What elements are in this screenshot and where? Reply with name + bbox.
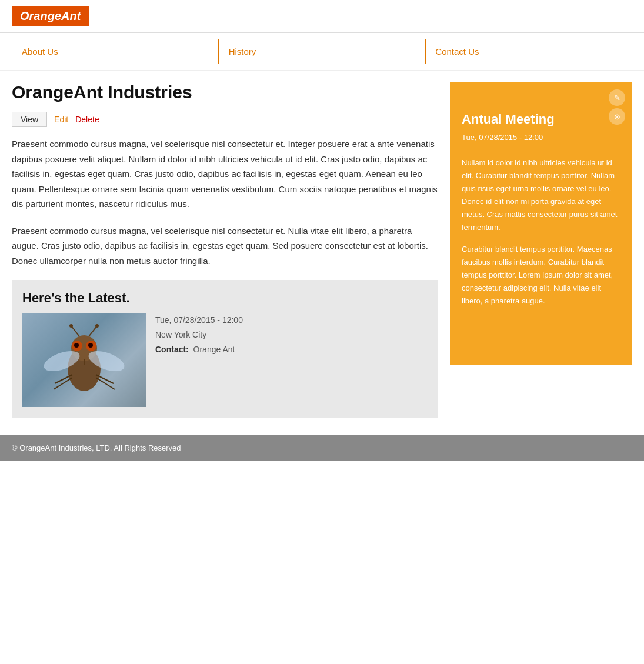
header: OrangeAnt — [0, 0, 644, 33]
event-icons: ✎ ⊗ — [609, 89, 625, 125]
event-paragraph-2: Curabitur blandit tempus porttitor. Maec… — [462, 243, 620, 308]
body-paragraph-2: Praesent commodo cursus magna, vel scele… — [12, 223, 438, 269]
nav-item-about-us[interactable]: About Us — [12, 39, 219, 64]
footer-text: © OrangeAnt Industries, LTD. All Rights … — [12, 443, 181, 452]
logo: OrangeAnt — [12, 6, 89, 26]
event-card: ✎ ⊗ Antual Meeting Tue, 07/28/2015 - 12:… — [450, 82, 632, 365]
latest-info: Tue, 07/28/2015 - 12:00 New York City Co… — [155, 313, 243, 407]
svg-point-8 — [69, 324, 73, 328]
event-paragraph-1: Nullam id dolor id nibh ultricies vehicu… — [462, 156, 620, 235]
event-title: Antual Meeting — [462, 112, 620, 127]
view-button[interactable]: View — [12, 112, 47, 127]
content-area: OrangeAnt Industries View Edit Delete Pr… — [12, 82, 438, 418]
sidebar: ✎ ⊗ Antual Meeting Tue, 07/28/2015 - 12:… — [450, 82, 632, 418]
nav-item-history[interactable]: History — [219, 39, 426, 64]
main-content: OrangeAnt Industries View Edit Delete Pr… — [0, 71, 644, 429]
delete-button[interactable]: Delete — [75, 115, 99, 124]
event-body: Nullam id dolor id nibh ultricies vehicu… — [462, 156, 620, 308]
contact-label: Contact: — [155, 345, 189, 354]
latest-title: Here's the Latest. — [22, 291, 428, 306]
latest-date: Tue, 07/28/2015 - 12:00 — [155, 313, 243, 328]
event-date: Tue, 07/28/2015 - 12:00 — [462, 133, 620, 148]
latest-image — [22, 313, 146, 407]
svg-point-9 — [95, 324, 99, 328]
fly-image-placeholder — [22, 313, 146, 407]
edit-button[interactable]: Edit — [54, 115, 68, 124]
navigation: About Us History Contact Us — [0, 33, 644, 71]
body-paragraph-1: Praesent commodo cursus magna, vel scele… — [12, 136, 438, 212]
action-bar: View Edit Delete — [12, 112, 438, 127]
latest-box: Here's the Latest. — [12, 280, 438, 418]
fly-illustration — [37, 319, 131, 401]
svg-line-7 — [89, 326, 97, 336]
edit-icon[interactable]: ✎ — [609, 89, 625, 106]
latest-contact: Contact: Orange Ant — [155, 342, 243, 357]
svg-point-5 — [88, 343, 93, 348]
svg-line-6 — [71, 326, 79, 336]
close-icon[interactable]: ⊗ — [609, 108, 625, 125]
latest-location: New York City — [155, 328, 243, 342]
svg-point-4 — [74, 343, 79, 348]
contact-value: Orange Ant — [193, 345, 235, 354]
page-title: OrangeAnt Industries — [12, 82, 438, 102]
nav-item-contact-us[interactable]: Contact Us — [425, 39, 632, 64]
latest-content: Tue, 07/28/2015 - 12:00 New York City Co… — [22, 313, 428, 407]
footer: © OrangeAnt Industries, LTD. All Rights … — [0, 435, 644, 461]
